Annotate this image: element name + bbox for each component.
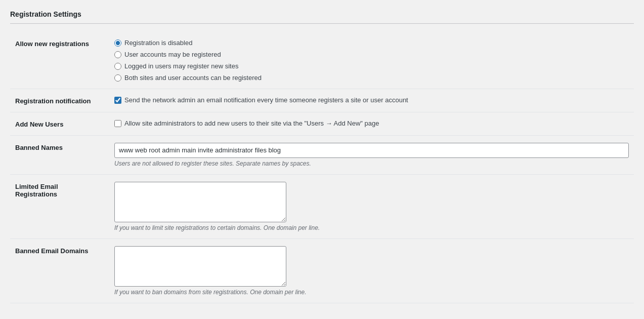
field-banned-email-domains: If you want to ban domains from site reg… [109, 239, 634, 303]
field-registration-notification: Send the network admin an email notifica… [109, 89, 634, 112]
checkbox-notification-label[interactable]: Send the network admin an email notifica… [114, 96, 629, 104]
row-banned-names: Banned Names Users are not allowed to re… [10, 136, 634, 175]
banned-email-domains-textarea[interactable] [114, 246, 286, 287]
row-banned-email-domains: Banned Email Domains If you want to ban … [10, 239, 634, 303]
radio-logged[interactable] [114, 63, 121, 70]
row-limited-email-registrations: Limited Email Registrations If you want … [10, 175, 634, 239]
field-allow-new-registrations: Registration is disabled User accounts m… [109, 32, 634, 89]
row-allow-new-registrations: Allow new registrations Registration is … [10, 32, 634, 89]
radio-disabled[interactable] [114, 39, 121, 47]
settings-table: Allow new registrations Registration is … [10, 32, 634, 303]
radio-both[interactable] [114, 74, 121, 82]
radio-option-disabled[interactable]: Registration is disabled [114, 39, 629, 47]
radio-option-user[interactable]: User accounts may be registered [114, 51, 629, 58]
page-title: Registration Settings [10, 10, 634, 24]
radio-label-disabled: Registration is disabled [124, 39, 192, 47]
radio-label-logged: Logged in users may register new sites [124, 62, 238, 70]
checkbox-notification[interactable] [114, 97, 121, 104]
banned-names-input[interactable] [114, 143, 629, 158]
registration-radio-group: Registration is disabled User accounts m… [114, 39, 629, 82]
field-banned-names: Users are not allowed to register these … [109, 136, 634, 175]
radio-option-both[interactable]: Both sites and user accounts can be regi… [114, 74, 629, 82]
row-add-new-users: Add New Users Allow site administrators … [10, 112, 634, 136]
checkbox-add-users[interactable] [114, 120, 121, 127]
label-allow-new-registrations: Allow new registrations [10, 32, 109, 89]
limited-email-textarea[interactable] [114, 182, 286, 222]
checkbox-add-users-text: Allow site administrators to add new use… [124, 119, 379, 127]
radio-label-both: Both sites and user accounts can be regi… [124, 74, 262, 82]
label-banned-email-domains: Banned Email Domains [10, 239, 109, 303]
label-registration-notification: Registration notification [10, 89, 109, 112]
label-add-new-users: Add New Users [10, 112, 109, 136]
label-banned-names: Banned Names [10, 136, 109, 175]
limited-email-description: If you want to limit site registrations … [114, 224, 629, 231]
radio-option-logged[interactable]: Logged in users may register new sites [114, 62, 629, 70]
banned-email-domains-description: If you want to ban domains from site reg… [114, 289, 629, 296]
banned-names-description: Users are not allowed to register these … [114, 160, 629, 167]
field-limited-email-registrations: If you want to limit site registrations … [109, 175, 634, 239]
field-add-new-users: Allow site administrators to add new use… [109, 112, 634, 136]
radio-label-user: User accounts may be registered [124, 51, 221, 58]
row-registration-notification: Registration notification Send the netwo… [10, 89, 634, 112]
label-limited-email-registrations: Limited Email Registrations [10, 175, 109, 239]
checkbox-add-users-label[interactable]: Allow site administrators to add new use… [114, 119, 629, 127]
radio-user[interactable] [114, 51, 121, 58]
checkbox-notification-text: Send the network admin an email notifica… [124, 96, 408, 104]
